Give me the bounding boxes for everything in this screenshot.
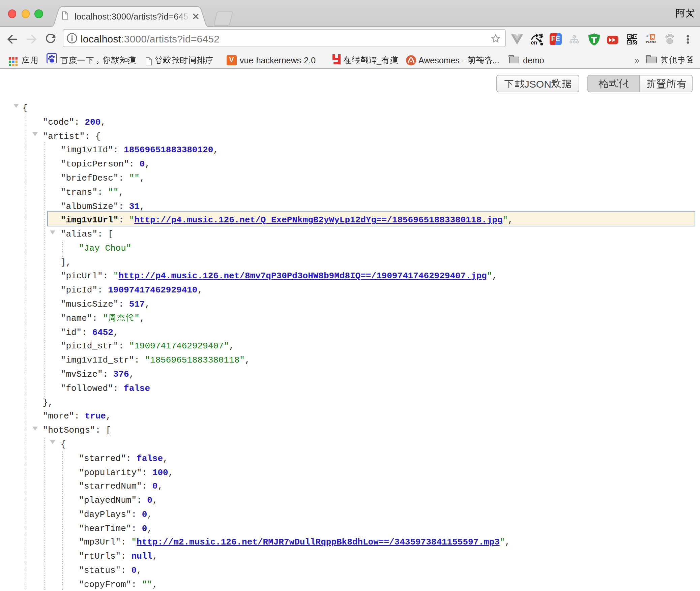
svg-text:en: en	[530, 39, 537, 45]
svg-text:PLAYER: PLAYER	[646, 40, 656, 43]
